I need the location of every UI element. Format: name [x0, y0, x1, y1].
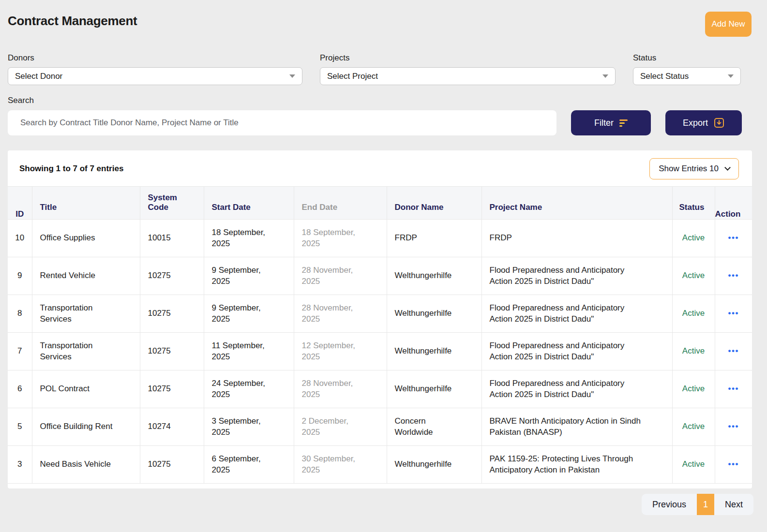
cell-end-date: 18 September, 2025 [294, 220, 387, 257]
cell-donor-name: Welthungerhilfe [387, 446, 481, 484]
entries-summary: Showing 1 to 7 of 7 entries [19, 164, 123, 174]
cell-start-date: 18 September, 2025 [204, 220, 294, 257]
add-new-button[interactable]: Add New [705, 12, 752, 37]
cell-start-date: 6 September, 2025 [204, 446, 294, 484]
cell-donor-name: Welthungerhilfe [387, 295, 481, 333]
row-actions-button[interactable]: ••• [728, 384, 739, 393]
row-actions-button[interactable]: ••• [728, 460, 739, 468]
cell-system-code: 10275 [140, 446, 204, 484]
cell-project-name: Flood Preparedness and Anticipatory Acti… [481, 370, 672, 408]
next-page-button[interactable]: Next [714, 494, 753, 515]
cell-donor-name: Welthungerhilfe [387, 370, 481, 408]
cell-action: ••• [715, 446, 752, 484]
cell-action: ••• [715, 370, 752, 408]
dropdown-arrow-icon [728, 74, 734, 78]
contracts-tbody: 10 Office Supplies 10015 18 September, 2… [8, 220, 752, 484]
cell-project-name: Flood Preparedness and Anticipatory Acti… [481, 257, 672, 295]
cell-end-date: 28 November, 2025 [294, 295, 387, 333]
cell-start-date: 9 September, 2025 [204, 257, 294, 295]
chevron-down-icon [724, 164, 731, 171]
search-input[interactable] [8, 110, 556, 135]
show-entries-button[interactable]: Show Entries 10 [649, 158, 739, 179]
pagination: Previous 1 Next [642, 494, 753, 515]
status-badge: Active [672, 446, 715, 484]
header-project-name: Project Name [481, 187, 672, 220]
row-actions-button[interactable]: ••• [728, 271, 739, 280]
header-donor-name: Donor Name [387, 187, 481, 220]
filter-button-label: Filter [594, 118, 614, 128]
cell-project-name: PAK 1159-25: Protecting Lives Through An… [481, 446, 672, 484]
row-actions-button[interactable]: ••• [728, 309, 739, 317]
donors-label: Donors [8, 53, 302, 63]
card-head: Showing 1 to 7 of 7 entries Show Entries… [8, 150, 752, 186]
cell-id: 6 [8, 370, 32, 408]
cell-project-name: Flood Preparedness and Anticipatory Acti… [481, 295, 672, 333]
table-row: 10 Office Supplies 10015 18 September, 2… [8, 220, 752, 257]
status-filter-group: Status Select Status [633, 53, 741, 85]
cell-end-date: 28 November, 2025 [294, 370, 387, 408]
export-button[interactable]: Export [665, 110, 742, 135]
header-end-date: End Date [294, 187, 387, 220]
cell-start-date: 24 September, 2025 [204, 370, 294, 408]
row-actions-button[interactable]: ••• [728, 234, 739, 242]
cell-action: ••• [715, 295, 752, 333]
cell-title: Need Basis Vehicle [32, 446, 140, 484]
search-label: Search [8, 96, 767, 105]
status-badge: Active [672, 220, 715, 257]
row-actions-button[interactable]: ••• [728, 422, 739, 430]
donor-select[interactable]: Select Donor [8, 67, 302, 85]
status-badge: Active [672, 408, 715, 446]
cell-id: 7 [8, 333, 32, 370]
contracts-card: Showing 1 to 7 of 7 entries Show Entries… [8, 150, 752, 488]
project-select[interactable]: Select Project [320, 67, 616, 85]
donors-filter-group: Donors Select Donor [8, 53, 302, 85]
pagination-row: Previous 1 Next [0, 488, 767, 515]
cell-end-date: 12 September, 2025 [294, 333, 387, 370]
dropdown-arrow-icon [289, 74, 295, 78]
cell-system-code: 10015 [140, 220, 204, 257]
header-system-code: System Code [140, 187, 204, 220]
header-title: Title [32, 187, 140, 220]
cell-id: 8 [8, 295, 32, 333]
cell-end-date: 28 November, 2025 [294, 257, 387, 295]
cell-project-name: BRAVE North Anticipatory Action in Sindh… [481, 408, 672, 446]
cell-system-code: 10274 [140, 408, 204, 446]
header-start-date: Start Date [204, 187, 294, 220]
topbar: Contract Management Add New [0, 0, 767, 37]
header-status: Status [672, 187, 715, 220]
table-row: 7 Transportation Services 10275 11 Septe… [8, 333, 752, 370]
cell-project-name: Flood Preparedness and Anticipatory Acti… [481, 333, 672, 370]
cell-system-code: 10275 [140, 370, 204, 408]
previous-page-button[interactable]: Previous [642, 494, 697, 515]
projects-label: Projects [320, 53, 616, 63]
projects-filter-group: Projects Select Project [320, 53, 616, 85]
cell-start-date: 11 September, 2025 [204, 333, 294, 370]
project-select-value: Select Project [327, 72, 378, 81]
status-select[interactable]: Select Status [633, 67, 741, 85]
filter-button[interactable]: Filter [571, 110, 651, 135]
status-select-value: Select Status [640, 72, 689, 81]
dropdown-arrow-icon [602, 74, 608, 78]
cell-start-date: 3 September, 2025 [204, 408, 294, 446]
cell-action: ••• [715, 333, 752, 370]
cell-system-code: 10275 [140, 333, 204, 370]
donor-select-value: Select Donor [15, 72, 62, 81]
cell-end-date: 2 December, 2025 [294, 408, 387, 446]
row-actions-button[interactable]: ••• [728, 347, 739, 355]
page-title: Contract Management [8, 12, 137, 29]
filter-icon [619, 119, 628, 127]
contract-management-page: Contract Management Add New Donors Selec… [0, 0, 767, 515]
contracts-table: ID Title System Code Start Date End Date… [8, 186, 752, 484]
cell-id: 3 [8, 446, 32, 484]
cell-project-name: FRDP [481, 220, 672, 257]
cell-title: Transportation Services [32, 333, 140, 370]
cell-start-date: 9 September, 2025 [204, 295, 294, 333]
table-row: 5 Office Building Rent 10274 3 September… [8, 408, 752, 446]
cell-donor-name: FRDP [387, 220, 481, 257]
current-page-button[interactable]: 1 [697, 494, 714, 515]
cell-donor-name: Concern Worldwide [387, 408, 481, 446]
cell-title: POL Contract [32, 370, 140, 408]
show-entries-label: Show Entries 10 [659, 164, 719, 174]
table-header: ID Title System Code Start Date End Date… [8, 187, 752, 220]
cell-action: ••• [715, 257, 752, 295]
